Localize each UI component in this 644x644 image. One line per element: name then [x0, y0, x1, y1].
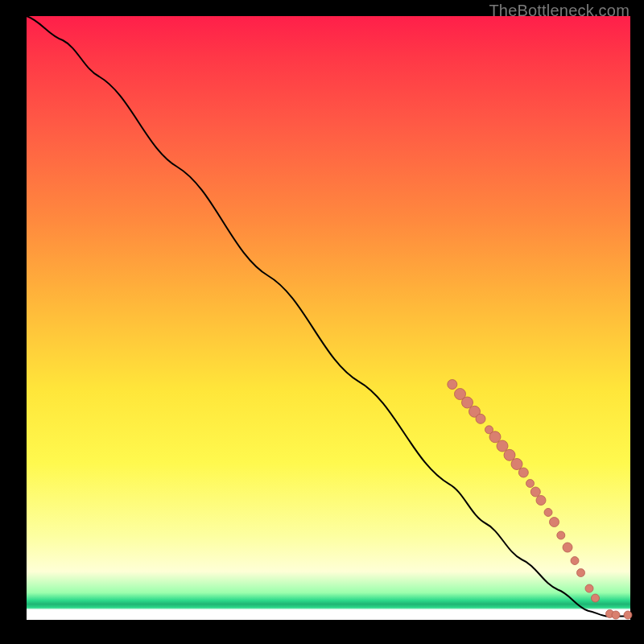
data-marker: [489, 431, 501, 443]
data-marker: [577, 569, 585, 577]
data-marker: [571, 557, 579, 565]
plot-area: [27, 16, 630, 620]
data-marker: [550, 518, 559, 527]
data-marker: [497, 440, 508, 452]
data-marker: [476, 414, 485, 423]
data-marker: [448, 380, 457, 390]
data-marker: [563, 543, 572, 552]
chart-stage: TheBottleneck.com: [0, 0, 644, 644]
chart-svg: [27, 16, 630, 620]
data-marker: [592, 594, 600, 602]
data-marker: [530, 487, 540, 497]
data-marker: [511, 459, 522, 470]
data-marker: [612, 611, 620, 619]
data-marker: [504, 449, 515, 460]
data-marker: [526, 480, 535, 488]
data-marker: [462, 397, 473, 408]
data-marker: [624, 611, 632, 619]
data-marker: [536, 496, 546, 506]
bottleneck-curve: [27, 16, 630, 617]
data-markers: [448, 380, 632, 620]
data-marker: [518, 468, 528, 477]
data-marker: [557, 531, 565, 539]
data-marker: [544, 509, 552, 517]
data-marker: [585, 584, 593, 592]
